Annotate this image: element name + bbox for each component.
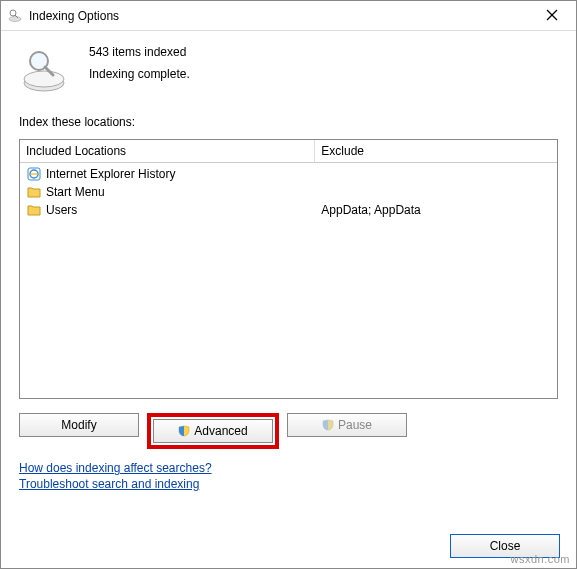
link-troubleshoot[interactable]: Troubleshoot search and indexing [19,477,558,491]
pause-button: Pause [287,413,407,437]
list-item[interactable]: Start Menu [20,183,557,201]
indexing-options-window: Indexing Options 543 items indexed Index… [0,0,577,569]
shield-icon [322,419,334,431]
help-links: How does indexing affect searches? Troub… [1,457,576,503]
close-window-button[interactable] [534,2,570,30]
button-row: Modify Advanced Pause [1,409,576,457]
svg-point-0 [9,16,21,21]
item-label: Users [46,203,77,217]
pause-label: Pause [338,418,372,432]
folder-icon [26,184,42,200]
items-indexed-count: 543 items indexed [89,45,190,59]
item-label: Start Menu [46,185,105,199]
status-text: 543 items indexed Indexing complete. [89,41,190,89]
close-label: Close [490,539,521,553]
link-how-affect[interactable]: How does indexing affect searches? [19,461,558,475]
list-item[interactable]: Users AppData; AppData [20,201,557,219]
watermark: wsxdn.com [510,553,570,565]
item-exclude: AppData; AppData [321,203,420,217]
close-icon [546,8,558,24]
list-item[interactable]: Internet Explorer History [20,165,557,183]
shield-icon [178,425,190,437]
column-header-included[interactable]: Included Locations [20,140,315,162]
window-title: Indexing Options [29,9,534,23]
locations-label: Index these locations: [1,103,576,133]
column-header-exclude[interactable]: Exclude [315,140,557,162]
highlight-box: Advanced [147,413,279,449]
advanced-button[interactable]: Advanced [153,419,273,443]
magnifier-icon [19,45,69,95]
svg-point-6 [24,71,64,87]
modify-label: Modify [61,418,96,432]
ie-icon [26,166,42,182]
folder-icon [26,202,42,218]
indexing-status: Indexing complete. [89,67,190,81]
item-label: Internet Explorer History [46,167,175,181]
modify-button[interactable]: Modify [19,413,139,437]
locations-list: Included Locations Exclude Internet Expl… [19,139,558,399]
status-area: 543 items indexed Indexing complete. [1,31,576,103]
titlebar: Indexing Options [1,1,576,31]
advanced-label: Advanced [194,424,247,438]
list-header-row: Included Locations Exclude [20,140,557,163]
indexing-icon [7,8,23,24]
list-body: Internet Explorer History Start Menu [20,163,557,221]
